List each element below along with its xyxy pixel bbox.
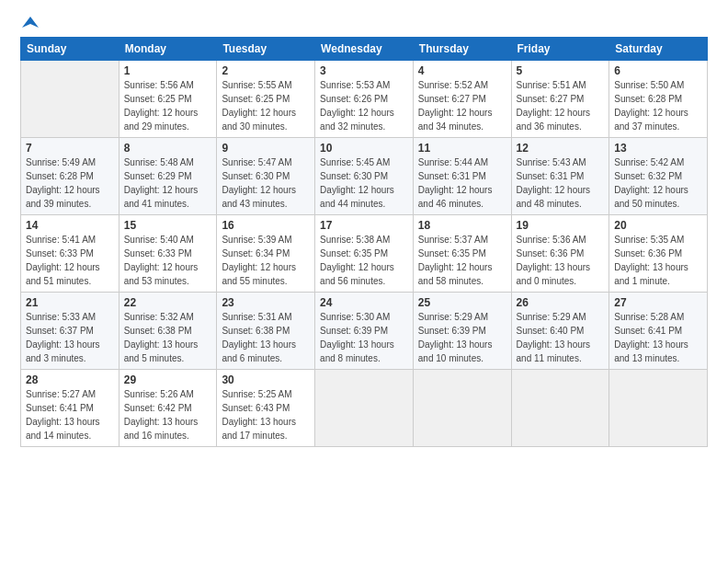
weekday-header: Tuesday: [217, 38, 315, 61]
day-detail: Sunrise: 5:31 AMSunset: 6:38 PMDaylight:…: [222, 312, 296, 363]
calendar-cell: 29Sunrise: 5:26 AMSunset: 6:42 PMDayligh…: [119, 370, 217, 447]
day-number: 15: [124, 219, 212, 232]
calendar-cell: 10Sunrise: 5:45 AMSunset: 6:30 PMDayligh…: [315, 138, 414, 215]
day-number: 2: [222, 64, 310, 77]
day-detail: Sunrise: 5:56 AMSunset: 6:25 PMDaylight:…: [124, 80, 199, 132]
day-detail: Sunrise: 5:29 AMSunset: 6:40 PMDaylight:…: [517, 312, 591, 363]
calendar-cell: 4Sunrise: 5:52 AMSunset: 6:27 PMDaylight…: [413, 61, 511, 138]
calendar-cell: 22Sunrise: 5:32 AMSunset: 6:38 PMDayligh…: [119, 293, 217, 370]
day-number: 9: [222, 142, 310, 155]
day-detail: Sunrise: 5:37 AMSunset: 6:35 PMDaylight:…: [418, 235, 493, 286]
calendar-cell: [315, 370, 414, 447]
day-detail: Sunrise: 5:35 AMSunset: 6:36 PMDaylight:…: [614, 235, 688, 286]
day-number: 10: [320, 142, 408, 155]
calendar-cell: 1Sunrise: 5:56 AMSunset: 6:25 PMDaylight…: [119, 61, 217, 138]
calendar-cell: [21, 61, 119, 138]
day-number: 22: [124, 296, 212, 309]
calendar-cell: [511, 370, 609, 447]
day-number: 24: [320, 296, 408, 309]
weekday-header: Sunday: [21, 38, 119, 61]
day-detail: Sunrise: 5:36 AMSunset: 6:36 PMDaylight:…: [517, 235, 591, 286]
weekday-header: Thursday: [413, 38, 511, 61]
calendar-body: 1Sunrise: 5:56 AMSunset: 6:25 PMDaylight…: [21, 61, 708, 447]
day-detail: Sunrise: 5:40 AMSunset: 6:33 PMDaylight:…: [124, 235, 199, 286]
day-number: 29: [124, 373, 212, 386]
day-number: 5: [517, 64, 605, 77]
day-number: 27: [614, 296, 702, 309]
calendar-cell: 23Sunrise: 5:31 AMSunset: 6:38 PMDayligh…: [217, 293, 315, 370]
weekday-header: Saturday: [609, 38, 708, 61]
calendar-week-row: 1Sunrise: 5:56 AMSunset: 6:25 PMDaylight…: [21, 61, 708, 138]
calendar-cell: 26Sunrise: 5:29 AMSunset: 6:40 PMDayligh…: [511, 293, 609, 370]
day-detail: Sunrise: 5:44 AMSunset: 6:31 PMDaylight:…: [418, 157, 493, 209]
calendar-cell: 12Sunrise: 5:43 AMSunset: 6:31 PMDayligh…: [511, 138, 609, 215]
calendar-week-row: 21Sunrise: 5:33 AMSunset: 6:37 PMDayligh…: [21, 293, 708, 370]
day-number: 6: [614, 64, 702, 77]
day-number: 1: [124, 64, 212, 77]
calendar-table: SundayMondayTuesdayWednesdayThursdayFrid…: [20, 37, 708, 447]
calendar-cell: 8Sunrise: 5:48 AMSunset: 6:29 PMDaylight…: [119, 138, 217, 215]
day-detail: Sunrise: 5:33 AMSunset: 6:37 PMDaylight:…: [26, 312, 100, 363]
svg-marker-0: [22, 17, 39, 28]
calendar-week-row: 28Sunrise: 5:27 AMSunset: 6:41 PMDayligh…: [21, 370, 708, 447]
calendar-cell: 19Sunrise: 5:36 AMSunset: 6:36 PMDayligh…: [511, 215, 609, 293]
weekday-header: Friday: [511, 38, 609, 61]
day-detail: Sunrise: 5:41 AMSunset: 6:33 PMDaylight:…: [26, 235, 100, 286]
day-detail: Sunrise: 5:27 AMSunset: 6:41 PMDaylight:…: [26, 389, 100, 441]
day-detail: Sunrise: 5:47 AMSunset: 6:30 PMDaylight:…: [222, 157, 296, 209]
day-number: 3: [320, 64, 408, 77]
day-detail: Sunrise: 5:26 AMSunset: 6:42 PMDaylight:…: [124, 389, 199, 441]
calendar-cell: 28Sunrise: 5:27 AMSunset: 6:41 PMDayligh…: [21, 370, 119, 447]
day-detail: Sunrise: 5:38 AMSunset: 6:35 PMDaylight:…: [320, 235, 394, 286]
calendar-cell: 24Sunrise: 5:30 AMSunset: 6:39 PMDayligh…: [315, 293, 414, 370]
weekday-header: Wednesday: [315, 38, 414, 61]
calendar-cell: 11Sunrise: 5:44 AMSunset: 6:31 PMDayligh…: [413, 138, 511, 215]
calendar-cell: 27Sunrise: 5:28 AMSunset: 6:41 PMDayligh…: [609, 293, 708, 370]
day-number: 13: [614, 142, 702, 155]
day-detail: Sunrise: 5:29 AMSunset: 6:39 PMDaylight:…: [418, 312, 493, 363]
calendar-cell: 15Sunrise: 5:40 AMSunset: 6:33 PMDayligh…: [119, 215, 217, 293]
logo-bird-icon: [22, 15, 39, 31]
logo: [20, 17, 39, 31]
day-number: 19: [517, 219, 605, 232]
day-detail: Sunrise: 5:43 AMSunset: 6:31 PMDaylight:…: [517, 157, 591, 209]
calendar-cell: 21Sunrise: 5:33 AMSunset: 6:37 PMDayligh…: [21, 293, 119, 370]
day-number: 11: [418, 142, 506, 155]
day-detail: Sunrise: 5:50 AMSunset: 6:28 PMDaylight:…: [614, 80, 688, 132]
day-number: 25: [418, 296, 506, 309]
calendar-cell: 25Sunrise: 5:29 AMSunset: 6:39 PMDayligh…: [413, 293, 511, 370]
day-detail: Sunrise: 5:42 AMSunset: 6:32 PMDaylight:…: [614, 157, 688, 209]
day-detail: Sunrise: 5:52 AMSunset: 6:27 PMDaylight:…: [418, 80, 493, 132]
day-detail: Sunrise: 5:32 AMSunset: 6:38 PMDaylight:…: [124, 312, 199, 363]
day-detail: Sunrise: 5:25 AMSunset: 6:43 PMDaylight:…: [222, 389, 296, 441]
day-detail: Sunrise: 5:53 AMSunset: 6:26 PMDaylight:…: [320, 80, 394, 132]
day-number: 12: [517, 142, 605, 155]
day-detail: Sunrise: 5:30 AMSunset: 6:39 PMDaylight:…: [320, 312, 394, 363]
day-number: 23: [222, 296, 310, 309]
day-number: 7: [26, 142, 114, 155]
calendar-cell: 17Sunrise: 5:38 AMSunset: 6:35 PMDayligh…: [315, 215, 414, 293]
day-detail: Sunrise: 5:55 AMSunset: 6:25 PMDaylight:…: [222, 80, 296, 132]
day-detail: Sunrise: 5:28 AMSunset: 6:41 PMDaylight:…: [614, 312, 688, 363]
calendar-cell: [609, 370, 708, 447]
day-number: 14: [26, 219, 114, 232]
weekday-header: Monday: [119, 38, 217, 61]
day-number: 16: [222, 219, 310, 232]
day-detail: Sunrise: 5:45 AMSunset: 6:30 PMDaylight:…: [320, 157, 394, 209]
day-number: 4: [418, 64, 506, 77]
calendar-cell: 2Sunrise: 5:55 AMSunset: 6:25 PMDaylight…: [217, 61, 315, 138]
calendar-header-row: SundayMondayTuesdayWednesdayThursdayFrid…: [21, 38, 708, 61]
calendar-cell: 30Sunrise: 5:25 AMSunset: 6:43 PMDayligh…: [217, 370, 315, 447]
calendar-cell: 13Sunrise: 5:42 AMSunset: 6:32 PMDayligh…: [609, 138, 708, 215]
day-number: 8: [124, 142, 212, 155]
calendar-cell: 7Sunrise: 5:49 AMSunset: 6:28 PMDaylight…: [21, 138, 119, 215]
calendar-week-row: 14Sunrise: 5:41 AMSunset: 6:33 PMDayligh…: [21, 215, 708, 293]
day-number: 18: [418, 219, 506, 232]
day-detail: Sunrise: 5:48 AMSunset: 6:29 PMDaylight:…: [124, 157, 199, 209]
day-number: 21: [26, 296, 114, 309]
day-number: 17: [320, 219, 408, 232]
calendar-cell: 9Sunrise: 5:47 AMSunset: 6:30 PMDaylight…: [217, 138, 315, 215]
calendar-cell: 14Sunrise: 5:41 AMSunset: 6:33 PMDayligh…: [21, 215, 119, 293]
day-number: 28: [26, 373, 114, 386]
header: [20, 17, 708, 31]
